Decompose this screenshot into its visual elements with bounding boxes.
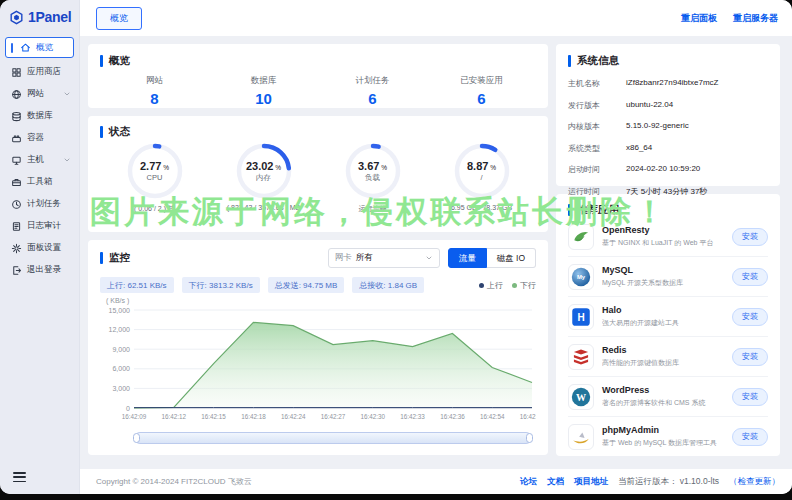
svg-text:My: My bbox=[577, 274, 586, 280]
sidebar-item-label: 数据库 bbox=[27, 110, 53, 122]
info-label: 运行时间 bbox=[568, 186, 616, 197]
redis-icon bbox=[568, 344, 594, 370]
system-info-row: 启动时间2024-02-20 10:59:20 bbox=[568, 164, 768, 175]
restart-panel-button[interactable]: 重启面板 bbox=[681, 12, 717, 25]
system-info-rows: 主机名称iZf8zbanr27n94ibtxe7mcZ发行版本ubuntu-22… bbox=[568, 78, 768, 197]
overview-stat[interactable]: 计划任务6 bbox=[318, 75, 427, 107]
svg-text:16:42:12: 16:42:12 bbox=[162, 413, 187, 420]
datazoom-handle-left[interactable] bbox=[133, 433, 140, 443]
website-icon bbox=[11, 89, 22, 100]
app-name: phpMyAdmin bbox=[602, 425, 726, 435]
title-bar-icon bbox=[568, 204, 571, 216]
sidebar-item-9[interactable]: 面板设置 bbox=[0, 237, 79, 259]
footer-links: 论坛文档项目地址 bbox=[520, 476, 608, 488]
recommended-apps-title: 推荐应用 bbox=[568, 203, 768, 217]
sidebar-item-5[interactable]: 主机 bbox=[0, 149, 79, 171]
main-column: 概览 网站8数据库10计划任务6已安装应用6 状态 2.77 %CPU( 0.0… bbox=[88, 44, 548, 455]
system-info-row: 系统类型x86_64 bbox=[568, 143, 768, 154]
app-description: 强大易用的开源建站工具 bbox=[602, 318, 726, 328]
info-value: x86_64 bbox=[626, 143, 652, 154]
status-gauges: 2.77 %CPU( 0.06 / 2 ) 核23.02 %内存( 823.43… bbox=[100, 142, 536, 214]
disk-io-button[interactable]: 磁盘 IO bbox=[487, 248, 536, 268]
svg-text:16:42:09: 16:42:09 bbox=[122, 413, 147, 420]
sidebar-item-3[interactable]: 数据库 bbox=[0, 105, 79, 127]
app-description: 著名的开源博客软件和 CMS 系统 bbox=[602, 398, 726, 408]
app-description: 基于 Web 的 MySQL 数据库管理工具 bbox=[602, 438, 726, 448]
install-button[interactable]: 安装 bbox=[732, 388, 768, 406]
gauge-subtext: 运行流畅 bbox=[359, 204, 387, 214]
legend-item[interactable]: 下行 bbox=[512, 280, 536, 291]
chevron-down-icon bbox=[425, 254, 433, 262]
overview-stat[interactable]: 数据库10 bbox=[209, 75, 318, 107]
app-name: Redis bbox=[602, 345, 726, 355]
chart-datazoom-slider[interactable] bbox=[134, 432, 532, 444]
info-label: 内核版本 bbox=[568, 121, 616, 132]
install-button[interactable]: 安装 bbox=[732, 268, 768, 286]
network-card-select[interactable]: 网卡 所有 bbox=[328, 248, 440, 268]
wordpress-icon: W bbox=[568, 384, 594, 410]
collapse-menu-button[interactable] bbox=[13, 472, 26, 485]
stat-value: 10 bbox=[209, 90, 318, 107]
system-info-row: 主机名称iZf8zbanr27n94ibtxe7mcZ bbox=[568, 78, 768, 89]
appstore-icon bbox=[11, 67, 22, 78]
status-gauge: 8.87 %/6.95 GB / 78.37 GB bbox=[427, 142, 536, 214]
gauge-value: 2.77 % bbox=[140, 160, 169, 172]
datazoom-handle-right[interactable] bbox=[526, 433, 533, 443]
status-card-title: 状态 bbox=[100, 125, 536, 139]
overview-stat[interactable]: 已安装应用6 bbox=[427, 75, 536, 107]
check-update-link[interactable]: （检查更新） bbox=[729, 476, 780, 488]
sidebar-item-label: 主机 bbox=[27, 154, 44, 166]
tab-overview[interactable]: 概览 bbox=[96, 7, 142, 30]
traffic-badges: 上行: 62.51 KB/s下行: 3813.2 KB/s总发送: 94.75 … bbox=[100, 277, 424, 293]
sidebar-item-0[interactable]: 概览 bbox=[5, 37, 74, 58]
info-label: 启动时间 bbox=[568, 164, 616, 175]
app-row: Redis高性能的开源键值数据库安装 bbox=[568, 337, 768, 377]
footer: Copyright © 2014-2024 FIT2CLOUD 飞致云 论坛文档… bbox=[80, 469, 792, 494]
app-row: phpMyAdmin基于 Web 的 MySQL 数据库管理工具安装 bbox=[568, 417, 768, 456]
sidebar-item-2[interactable]: 网站 bbox=[0, 83, 79, 105]
topbar: 概览 重启面板 重启服务器 bbox=[80, 0, 792, 36]
sidebar-item-10[interactable]: 退出登录 bbox=[0, 259, 79, 281]
sidebar-item-label: 面板设置 bbox=[27, 242, 61, 254]
footer-link[interactable]: 项目地址 bbox=[574, 476, 608, 488]
title-bar-icon bbox=[100, 126, 103, 138]
footer-link[interactable]: 文档 bbox=[547, 476, 564, 488]
settings-icon bbox=[11, 243, 22, 254]
logs-icon bbox=[11, 221, 22, 232]
overview-stat[interactable]: 网站8 bbox=[100, 75, 209, 107]
sidebar-menu: 概览应用商店网站数据库容器主机工具箱计划任务日志审计面板设置退出登录 bbox=[0, 37, 79, 281]
install-button[interactable]: 安装 bbox=[732, 348, 768, 366]
legend-item[interactable]: 上行 bbox=[479, 280, 503, 291]
status-gauge: 3.67 %负载运行流畅 bbox=[318, 142, 427, 214]
sidebar-item-label: 网站 bbox=[27, 88, 44, 100]
overview-card-title: 概览 bbox=[100, 54, 536, 68]
title-bar-icon bbox=[100, 55, 103, 67]
install-button[interactable]: 安装 bbox=[732, 228, 768, 246]
sidebar-item-label: 工具箱 bbox=[27, 176, 53, 188]
brand-logo-icon bbox=[9, 10, 24, 25]
svg-text:3,000: 3,000 bbox=[112, 385, 130, 392]
system-info-title: 系统信息 bbox=[568, 54, 768, 68]
sidebar-item-8[interactable]: 日志审计 bbox=[0, 215, 79, 237]
sidebar-item-1[interactable]: 应用商店 bbox=[0, 61, 79, 83]
sidebar-item-label: 应用商店 bbox=[27, 66, 61, 78]
sidebar: 1Panel 概览应用商店网站数据库容器主机工具箱计划任务日志审计面板设置退出登… bbox=[0, 0, 80, 494]
restart-server-button[interactable]: 重启服务器 bbox=[733, 12, 778, 25]
openresty-icon bbox=[568, 224, 594, 250]
svg-text:16:42:36: 16:42:36 bbox=[440, 413, 465, 420]
stat-value: 8 bbox=[100, 90, 209, 107]
app-window: 1Panel 概览应用商店网站数据库容器主机工具箱计划任务日志审计面板设置退出登… bbox=[0, 0, 792, 494]
svg-text:0: 0 bbox=[126, 405, 130, 412]
stat-value: 6 bbox=[318, 90, 427, 107]
status-card: 状态 2.77 %CPU( 0.06 / 2 ) 核23.02 %内存( 823… bbox=[88, 116, 548, 232]
install-button[interactable]: 安装 bbox=[732, 428, 768, 446]
traffic-button[interactable]: 流量 bbox=[448, 248, 487, 268]
sidebar-item-7[interactable]: 计划任务 bbox=[0, 193, 79, 215]
host-icon bbox=[11, 155, 22, 166]
svg-text:15,000: 15,000 bbox=[109, 307, 131, 314]
sidebar-item-4[interactable]: 容器 bbox=[0, 127, 79, 149]
footer-link[interactable]: 论坛 bbox=[520, 476, 537, 488]
sidebar-item-6[interactable]: 工具箱 bbox=[0, 171, 79, 193]
sidebar-item-label: 概览 bbox=[36, 42, 53, 54]
install-button[interactable]: 安装 bbox=[732, 308, 768, 326]
